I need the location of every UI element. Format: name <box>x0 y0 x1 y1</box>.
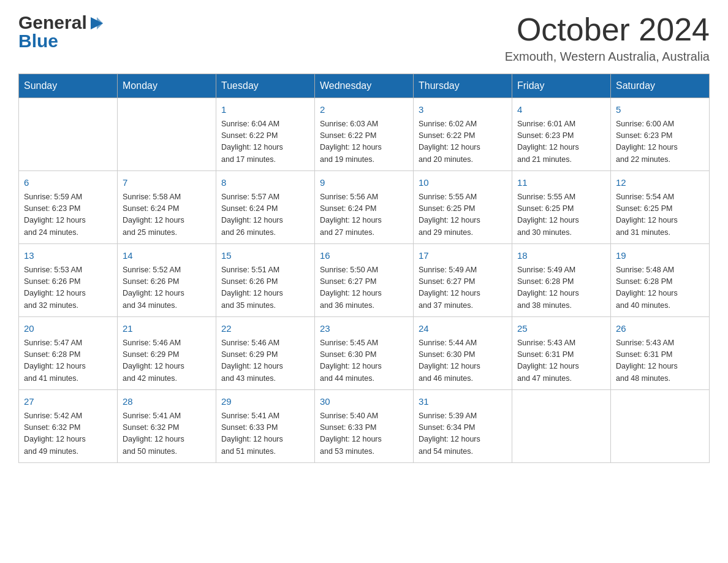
day-info: Sunrise: 5:53 AMSunset: 6:26 PMDaylight:… <box>24 264 112 312</box>
calendar-cell: 29Sunrise: 5:41 AMSunset: 6:33 PMDayligh… <box>216 390 315 463</box>
day-number: 6 <box>24 176 112 190</box>
day-info: Sunrise: 5:43 AMSunset: 6:31 PMDaylight:… <box>517 337 605 385</box>
weekday-header-row: SundayMondayTuesdayWednesdayThursdayFrid… <box>19 74 710 98</box>
calendar-cell: 19Sunrise: 5:48 AMSunset: 6:28 PMDayligh… <box>611 244 710 317</box>
logo-arrow-icon <box>88 15 105 32</box>
calendar-week-row: 6Sunrise: 5:59 AMSunset: 6:23 PMDaylight… <box>19 171 710 244</box>
calendar-cell: 1Sunrise: 6:04 AMSunset: 6:22 PMDaylight… <box>216 98 315 171</box>
calendar-cell: 28Sunrise: 5:41 AMSunset: 6:32 PMDayligh… <box>118 390 216 463</box>
logo-blue-text: Blue <box>18 31 58 52</box>
day-number: 28 <box>123 395 211 409</box>
location-subtitle: Exmouth, Western Australia, Australia <box>505 50 710 64</box>
day-number: 20 <box>24 322 112 336</box>
day-number: 31 <box>419 395 507 409</box>
day-number: 5 <box>616 103 704 117</box>
day-number: 15 <box>221 249 309 263</box>
day-number: 29 <box>221 395 309 409</box>
calendar-cell: 10Sunrise: 5:55 AMSunset: 6:25 PMDayligh… <box>414 171 512 244</box>
day-info: Sunrise: 5:44 AMSunset: 6:30 PMDaylight:… <box>419 337 507 385</box>
calendar-cell <box>118 98 216 171</box>
day-info: Sunrise: 5:59 AMSunset: 6:23 PMDaylight:… <box>24 191 112 239</box>
weekday-header-friday: Friday <box>512 74 611 98</box>
day-info: Sunrise: 5:43 AMSunset: 6:31 PMDaylight:… <box>616 337 704 385</box>
calendar-cell: 13Sunrise: 5:53 AMSunset: 6:26 PMDayligh… <box>19 244 118 317</box>
calendar-table: SundayMondayTuesdayWednesdayThursdayFrid… <box>18 74 710 463</box>
calendar-cell: 4Sunrise: 6:01 AMSunset: 6:23 PMDaylight… <box>512 98 611 171</box>
calendar-cell: 9Sunrise: 5:56 AMSunset: 6:24 PMDaylight… <box>315 171 414 244</box>
day-info: Sunrise: 6:03 AMSunset: 6:22 PMDaylight:… <box>320 118 408 166</box>
calendar-cell: 12Sunrise: 5:54 AMSunset: 6:25 PMDayligh… <box>611 171 710 244</box>
day-info: Sunrise: 5:46 AMSunset: 6:29 PMDaylight:… <box>221 337 309 385</box>
day-info: Sunrise: 5:49 AMSunset: 6:28 PMDaylight:… <box>517 264 605 312</box>
calendar-cell: 20Sunrise: 5:47 AMSunset: 6:28 PMDayligh… <box>19 317 118 390</box>
day-info: Sunrise: 5:57 AMSunset: 6:24 PMDaylight:… <box>221 191 309 239</box>
calendar-cell: 21Sunrise: 5:46 AMSunset: 6:29 PMDayligh… <box>118 317 216 390</box>
day-info: Sunrise: 5:45 AMSunset: 6:30 PMDaylight:… <box>320 337 408 385</box>
weekday-header-saturday: Saturday <box>611 74 710 98</box>
page-header: General Blue October 2024 Exmouth, Weste… <box>18 12 710 64</box>
calendar-week-row: 20Sunrise: 5:47 AMSunset: 6:28 PMDayligh… <box>19 317 710 390</box>
day-number: 26 <box>616 322 704 336</box>
day-info: Sunrise: 5:54 AMSunset: 6:25 PMDaylight:… <box>616 191 704 239</box>
day-number: 11 <box>517 176 605 190</box>
calendar-cell: 31Sunrise: 5:39 AMSunset: 6:34 PMDayligh… <box>414 390 512 463</box>
day-number: 24 <box>419 322 507 336</box>
weekday-header-sunday: Sunday <box>19 74 118 98</box>
calendar-cell: 23Sunrise: 5:45 AMSunset: 6:30 PMDayligh… <box>315 317 414 390</box>
day-number: 13 <box>24 249 112 263</box>
title-area: October 2024 Exmouth, Western Australia,… <box>505 12 710 64</box>
svg-marker-1 <box>97 17 103 29</box>
day-info: Sunrise: 5:42 AMSunset: 6:32 PMDaylight:… <box>24 410 112 458</box>
day-number: 23 <box>320 322 408 336</box>
calendar-cell: 3Sunrise: 6:02 AMSunset: 6:22 PMDaylight… <box>414 98 512 171</box>
calendar-cell: 22Sunrise: 5:46 AMSunset: 6:29 PMDayligh… <box>216 317 315 390</box>
calendar-cell: 24Sunrise: 5:44 AMSunset: 6:30 PMDayligh… <box>414 317 512 390</box>
day-info: Sunrise: 5:55 AMSunset: 6:25 PMDaylight:… <box>419 191 507 239</box>
day-number: 9 <box>320 176 408 190</box>
day-info: Sunrise: 6:02 AMSunset: 6:22 PMDaylight:… <box>419 118 507 166</box>
day-info: Sunrise: 5:56 AMSunset: 6:24 PMDaylight:… <box>320 191 408 239</box>
month-title: October 2024 <box>505 12 710 47</box>
calendar-cell: 8Sunrise: 5:57 AMSunset: 6:24 PMDaylight… <box>216 171 315 244</box>
day-info: Sunrise: 5:46 AMSunset: 6:29 PMDaylight:… <box>123 337 211 385</box>
weekday-header-thursday: Thursday <box>414 74 512 98</box>
calendar-cell: 6Sunrise: 5:59 AMSunset: 6:23 PMDaylight… <box>19 171 118 244</box>
calendar-cell: 16Sunrise: 5:50 AMSunset: 6:27 PMDayligh… <box>315 244 414 317</box>
day-number: 21 <box>123 322 211 336</box>
day-number: 27 <box>24 395 112 409</box>
day-number: 30 <box>320 395 408 409</box>
day-info: Sunrise: 5:50 AMSunset: 6:27 PMDaylight:… <box>320 264 408 312</box>
calendar-cell: 25Sunrise: 5:43 AMSunset: 6:31 PMDayligh… <box>512 317 611 390</box>
day-info: Sunrise: 5:52 AMSunset: 6:26 PMDaylight:… <box>123 264 211 312</box>
calendar-cell: 26Sunrise: 5:43 AMSunset: 6:31 PMDayligh… <box>611 317 710 390</box>
day-number: 19 <box>616 249 704 263</box>
day-info: Sunrise: 5:48 AMSunset: 6:28 PMDaylight:… <box>616 264 704 312</box>
day-info: Sunrise: 5:58 AMSunset: 6:24 PMDaylight:… <box>123 191 211 239</box>
day-number: 16 <box>320 249 408 263</box>
calendar-week-row: 27Sunrise: 5:42 AMSunset: 6:32 PMDayligh… <box>19 390 710 463</box>
day-info: Sunrise: 5:41 AMSunset: 6:32 PMDaylight:… <box>123 410 211 458</box>
day-number: 1 <box>221 103 309 117</box>
calendar-week-row: 1Sunrise: 6:04 AMSunset: 6:22 PMDaylight… <box>19 98 710 171</box>
day-number: 22 <box>221 322 309 336</box>
day-info: Sunrise: 5:49 AMSunset: 6:27 PMDaylight:… <box>419 264 507 312</box>
calendar-cell: 11Sunrise: 5:55 AMSunset: 6:25 PMDayligh… <box>512 171 611 244</box>
calendar-cell <box>512 390 611 463</box>
calendar-cell: 14Sunrise: 5:52 AMSunset: 6:26 PMDayligh… <box>118 244 216 317</box>
day-number: 4 <box>517 103 605 117</box>
day-number: 3 <box>419 103 507 117</box>
weekday-header-wednesday: Wednesday <box>315 74 414 98</box>
logo-general-text: General <box>18 12 87 33</box>
day-number: 12 <box>616 176 704 190</box>
day-info: Sunrise: 5:39 AMSunset: 6:34 PMDaylight:… <box>419 410 507 458</box>
day-number: 17 <box>419 249 507 263</box>
day-info: Sunrise: 6:00 AMSunset: 6:23 PMDaylight:… <box>616 118 704 166</box>
calendar-cell: 30Sunrise: 5:40 AMSunset: 6:33 PMDayligh… <box>315 390 414 463</box>
day-info: Sunrise: 5:41 AMSunset: 6:33 PMDaylight:… <box>221 410 309 458</box>
calendar-cell: 5Sunrise: 6:00 AMSunset: 6:23 PMDaylight… <box>611 98 710 171</box>
day-number: 14 <box>123 249 211 263</box>
day-info: Sunrise: 6:01 AMSunset: 6:23 PMDaylight:… <box>517 118 605 166</box>
calendar-cell: 7Sunrise: 5:58 AMSunset: 6:24 PMDaylight… <box>118 171 216 244</box>
day-number: 7 <box>123 176 211 190</box>
day-info: Sunrise: 5:40 AMSunset: 6:33 PMDaylight:… <box>320 410 408 458</box>
